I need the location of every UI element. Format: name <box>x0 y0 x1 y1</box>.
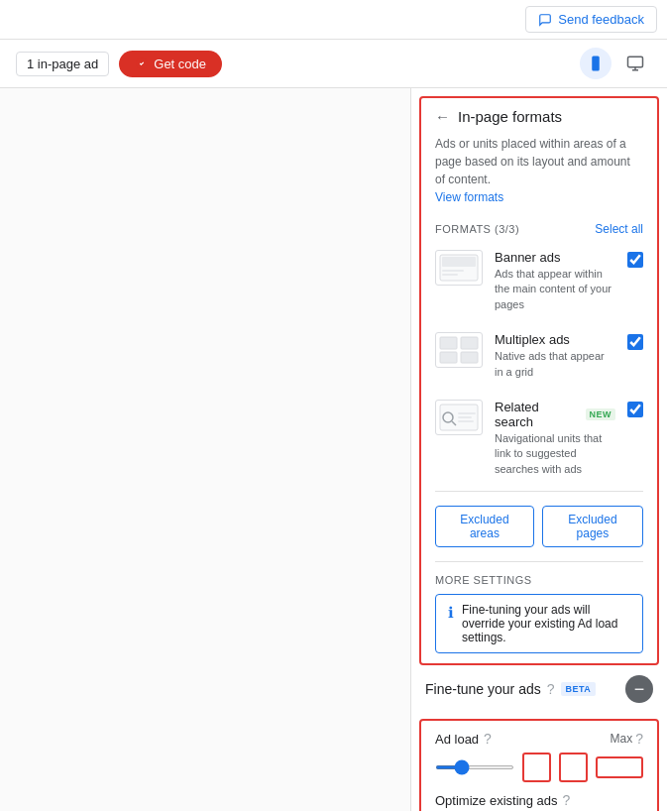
related-title: Related search NEW <box>495 400 615 429</box>
header-row: 1 in-page ad Get code <box>0 40 667 88</box>
ad-box-wide <box>596 756 643 778</box>
related-desc: Navigational units that link to suggeste… <box>495 431 615 477</box>
fine-tune-notice-text: Fine-tuning your ads will override your … <box>462 603 630 644</box>
ad-count-badge: 1 in-page ad <box>16 52 109 76</box>
feedback-icon <box>538 13 552 27</box>
desktop-device-icon[interactable] <box>619 48 651 79</box>
optimize-title: Optimize existing ads ? <box>435 792 643 808</box>
svg-rect-9 <box>442 274 458 276</box>
tag-icon <box>135 57 149 70</box>
inpage-title: In-page formats <box>458 108 562 125</box>
right-panel: ← In-page formats Ads or units placed wi… <box>411 88 667 811</box>
banner-checkbox[interactable] <box>627 252 643 268</box>
banner-format-text: Banner ads Ads that appear within the ma… <box>495 250 615 312</box>
multiplex-ad-icon <box>438 335 480 365</box>
banner-title: Banner ads <box>495 250 615 265</box>
svg-rect-7 <box>442 257 476 267</box>
separator <box>435 491 643 492</box>
desktop-icon <box>626 55 644 72</box>
excluded-areas-button[interactable]: Excluded areas <box>435 506 534 547</box>
send-feedback-button[interactable]: Send feedback <box>525 6 657 33</box>
optimize-title-text: Optimize existing ads <box>435 793 558 808</box>
inpage-desc-text: Ads or units placed within areas of a pa… <box>435 137 630 186</box>
svg-rect-11 <box>461 337 478 349</box>
optimize-ads-section: Optimize existing ads ? Let Google optim… <box>435 792 643 811</box>
new-badge: NEW <box>586 408 616 420</box>
fine-tune-notice: ℹ Fine-tuning your ads will override you… <box>435 594 643 653</box>
main-content: ← In-page formats Ads or units placed wi… <box>0 88 667 811</box>
top-bar: Send feedback <box>0 0 667 40</box>
excluded-buttons-row: Excluded areas Excluded pages <box>421 496 657 557</box>
multiplex-title: Multiplex ads <box>495 332 615 347</box>
optimize-help-icon[interactable]: ? <box>563 792 571 808</box>
ad-box-small-1 <box>522 753 551 782</box>
mobile-device-icon[interactable] <box>580 48 611 79</box>
banner-ad-icon <box>438 253 480 283</box>
send-feedback-label: Send feedback <box>558 12 644 27</box>
slider-container <box>435 753 643 782</box>
ad-box-medium <box>559 753 588 782</box>
beta-badge: BETA <box>561 682 597 696</box>
svg-rect-10 <box>440 337 457 349</box>
formats-count-label: FORMATS (3/3) <box>435 223 519 235</box>
max-help-icon[interactable]: ? <box>635 731 643 747</box>
banner-title-text: Banner ads <box>495 250 561 265</box>
collapse-button[interactable]: − <box>625 675 653 703</box>
max-label-text: Max <box>611 732 633 746</box>
inpage-description: Ads or units placed within areas of a pa… <box>421 131 657 214</box>
get-code-button[interactable]: Get code <box>119 51 222 77</box>
excluded-pages-button[interactable]: Excluded pages <box>542 506 643 547</box>
left-panel <box>0 88 411 811</box>
svg-rect-19 <box>458 420 474 422</box>
fine-tune-title: Fine-tune your ads <box>425 681 541 697</box>
more-settings-label: MORE SETTINGS <box>421 566 657 590</box>
inpage-formats-section: ← In-page formats Ads or units placed wi… <box>419 96 659 665</box>
formats-header: FORMATS (3/3) Select all <box>421 214 657 240</box>
related-search-icon <box>438 403 480 432</box>
related-search-icon-box <box>435 400 483 435</box>
related-checkbox[interactable] <box>627 402 643 417</box>
svg-rect-17 <box>458 412 476 414</box>
ad-load-help-icon[interactable]: ? <box>484 731 492 747</box>
ad-load-section: Ad load ? Max ? Optimize existing ads <box>419 719 659 811</box>
inpage-header: ← In-page formats <box>421 98 657 131</box>
svg-rect-18 <box>458 416 472 418</box>
related-title-text: Related search <box>495 400 580 429</box>
svg-rect-1 <box>592 57 600 71</box>
ad-load-title-text: Ad load <box>435 732 479 747</box>
fine-tune-section: Fine-tune your ads ? BETA − <box>411 665 667 713</box>
ad-load-slider[interactable] <box>435 765 514 769</box>
format-item-related: Related search NEW Navigational units th… <box>421 390 657 487</box>
multiplex-icon <box>435 332 483 368</box>
svg-rect-13 <box>461 352 478 363</box>
back-arrow[interactable]: ← <box>435 108 450 125</box>
ad-load-header: Ad load ? Max ? <box>435 731 643 747</box>
svg-rect-8 <box>442 270 464 272</box>
svg-rect-12 <box>440 352 457 363</box>
separator2 <box>435 561 643 562</box>
multiplex-desc: Native ads that appear in a grid <box>495 349 615 380</box>
get-code-label: Get code <box>154 57 206 71</box>
related-format-text: Related search NEW Navigational units th… <box>495 400 615 477</box>
multiplex-title-text: Multiplex ads <box>495 332 570 347</box>
format-item-banner: Banner ads Ads that appear within the ma… <box>421 240 657 322</box>
format-item-multiplex: Multiplex ads Native ads that appear in … <box>421 322 657 390</box>
select-all-button[interactable]: Select all <box>595 222 643 236</box>
svg-rect-3 <box>628 57 643 67</box>
banner-icon <box>435 250 483 286</box>
fine-tune-help-icon[interactable]: ? <box>547 681 555 697</box>
ad-load-title: Ad load ? <box>435 731 492 747</box>
view-formats-link[interactable]: View formats <box>435 190 503 204</box>
multiplex-checkbox[interactable] <box>627 334 643 350</box>
banner-desc: Ads that appear within the main content … <box>495 267 615 312</box>
max-label: Max ? <box>611 731 643 747</box>
info-icon: ℹ <box>448 604 454 622</box>
device-icons <box>580 48 651 79</box>
mobile-icon <box>587 55 605 72</box>
multiplex-format-text: Multiplex ads Native ads that appear in … <box>495 332 615 380</box>
